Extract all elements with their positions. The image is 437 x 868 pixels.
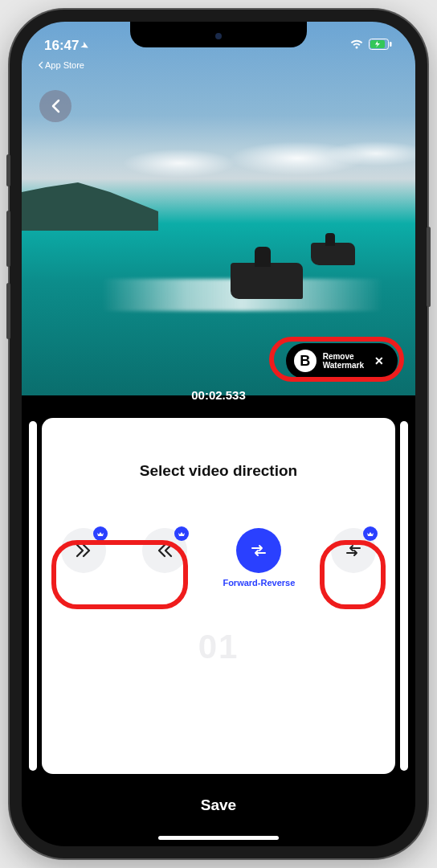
step-counter: 01 [56,628,381,666]
video-timecode: 00:02.533 [191,388,246,402]
location-icon: ➤ [80,39,91,52]
rewind-icon [155,541,174,560]
video-preview[interactable] [22,22,415,395]
direction-reverse-button[interactable] [142,528,187,573]
panel-title: Select video direction [56,462,381,480]
save-button[interactable]: Save [177,788,260,822]
swap-arrows-alt-icon [344,541,363,560]
remove-watermark-pill[interactable]: B Remove Watermark ✕ [286,343,398,379]
direction-forward-button[interactable] [61,528,106,573]
premium-badge-icon [93,526,108,541]
direction-forward-reverse-button[interactable]: Forward-Reverse [223,528,295,588]
wifi-icon [349,39,364,53]
status-time: 16:47 [44,38,79,54]
direction-reverse-forward-button[interactable] [331,528,376,573]
breadcrumb-label: App Store [45,60,84,70]
panel-handle-right[interactable] [400,421,408,771]
svg-rect-2 [390,42,392,47]
fast-forward-icon [74,541,93,560]
breadcrumb-back[interactable]: App Store [38,60,84,70]
premium-badge-icon [363,526,378,541]
home-indicator[interactable] [158,836,279,840]
premium-badge-icon [174,526,189,541]
direction-panel: Select video direction [42,418,395,774]
direction-label: Forward-Reverse [223,578,295,588]
back-button[interactable] [39,90,71,122]
battery-charging-icon [369,39,393,53]
close-icon[interactable]: ✕ [370,352,388,370]
swap-arrows-icon [249,541,268,560]
brand-badge-icon: B [294,350,317,372]
panel-handle-left[interactable] [29,421,37,771]
watermark-label: Remove Watermark [323,352,364,371]
